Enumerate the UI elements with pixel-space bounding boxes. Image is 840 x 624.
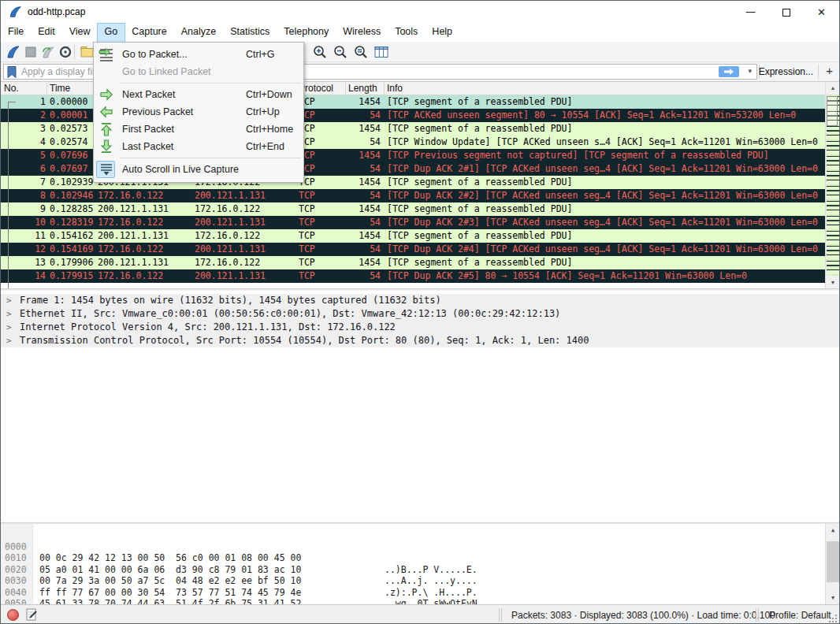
cell-protocol: TCP [299, 256, 315, 269]
cell-destination: 172.16.0.122 [195, 202, 260, 216]
add-filter-button[interactable]: + [826, 64, 833, 77]
menu-item-next-packet[interactable]: Next PacketCtrl+Down [94, 86, 303, 103]
scrollbar-thumb[interactable] [827, 96, 838, 126]
menu-item-label: Go to Packet... [122, 46, 188, 63]
window-title: odd-http.pcap [28, 6, 85, 17]
menu-wireless[interactable]: Wireless [336, 24, 388, 42]
menu-statistics[interactable]: Statistics [223, 24, 277, 42]
expander-icon[interactable]: > [6, 321, 12, 334]
toolbar-separator [74, 45, 75, 59]
hex-row[interactable]: 0030 ff ff 77 67 00 00 30 54 73 57 77 51… [1, 564, 839, 576]
menu-item-first-packet[interactable]: First PacketCtrl+Home [94, 121, 303, 138]
menu-capture[interactable]: Capture [125, 24, 173, 42]
pane-splitter[interactable] [1, 288, 839, 290]
restart-capture-icon[interactable] [40, 44, 56, 60]
hex-row[interactable]: 0010 05 a0 01 41 00 00 6a 06 d3 90 c8 79… [1, 541, 839, 553]
apply-filter-button[interactable] [719, 66, 739, 77]
resize-columns-icon[interactable] [374, 44, 389, 60]
menu-item-go-to-packet[interactable]: Go to Packet...Ctrl+G [94, 46, 303, 63]
capture-comment-icon[interactable] [26, 608, 38, 624]
column-separator[interactable] [46, 83, 47, 95]
close-button[interactable]: ✕ [804, 1, 839, 24]
detail-tree-row[interactable]: >Transmission Control Protocol, Src Port… [1, 334, 839, 347]
scrollbar-thumb[interactable] [827, 541, 839, 582]
cell-time: 0.128319 [50, 216, 93, 229]
expander-icon[interactable]: > [6, 334, 12, 347]
cell-protocol: TCP [299, 243, 315, 256]
filter-dropdown-caret-icon[interactable]: ▾ [748, 67, 752, 75]
capture-options-icon[interactable] [58, 44, 73, 60]
menu-tools[interactable]: Tools [388, 24, 425, 42]
expert-info-icon[interactable] [7, 609, 19, 621]
packet-list-scrollbar[interactable]: ▲ ▼ [825, 82, 839, 289]
hex-row[interactable]: 0050 52 66 47 59 67 53 32 41 34 47 59 35… [1, 587, 839, 599]
filterbar-separator [818, 65, 819, 79]
column-separator[interactable] [345, 83, 346, 95]
zoom-out-icon[interactable] [333, 44, 348, 60]
cell-length: 54 [336, 136, 381, 149]
menu-telephony[interactable]: Telephony [277, 24, 336, 42]
auto-scroll-icon [98, 162, 114, 176]
hex-scrollbar[interactable]: ▲ ▼ [825, 524, 839, 604]
cell-length: 1454 [336, 176, 381, 189]
menu-item-label: First Packet [122, 121, 174, 138]
filter-bookmark-icon[interactable] [7, 66, 17, 78]
statusbar-separator [756, 608, 759, 622]
scroll-down-icon[interactable]: ▼ [826, 592, 840, 604]
cell-time: 0.179906 [50, 256, 93, 269]
detail-tree-row[interactable]: >Internet Protocol Version 4, Src: 200.1… [1, 321, 839, 334]
scroll-up-icon[interactable]: ▲ [826, 82, 840, 95]
packet-row[interactable]: 10 0.128319 172.16.0.122 200.121.1.131 T… [1, 216, 827, 229]
cell-info: [TCP Dup ACK 2#4] [TCP ACKed unseen seg…… [387, 243, 825, 256]
zoom-reset-icon[interactable] [353, 44, 369, 60]
menu-go[interactable]: Go [98, 24, 125, 42]
packet-row[interactable]: 8 0.102946 172.16.0.122 200.121.1.131 TC… [1, 189, 827, 202]
packet-row[interactable]: 9 0.128285 200.121.1.131 172.16.0.122 TC… [1, 202, 827, 216]
menu-item-last-packet[interactable]: Last PacketCtrl+End [94, 138, 303, 155]
column-separator[interactable] [384, 83, 385, 95]
packet-row[interactable]: 13 0.179906 200.121.1.131 172.16.0.122 T… [1, 256, 827, 269]
statusbar-separator [499, 608, 502, 622]
hex-row[interactable]: 0000 00 0c 29 42 12 13 00 50 56 c0 00 01… [1, 529, 839, 541]
expression-button[interactable]: Expression... [759, 66, 813, 77]
column-header-no[interactable]: No. [4, 83, 19, 94]
stop-capture-icon[interactable] [23, 44, 39, 60]
hex-row[interactable]: 0020 00 7a 29 3a 00 50 a7 5c 04 48 e2 e2… [1, 552, 839, 564]
cell-source: 200.121.1.131 [98, 202, 169, 216]
packet-row[interactable]: 12 0.154169 172.16.0.122 200.121.1.131 T… [1, 243, 827, 256]
menu-help[interactable]: Help [425, 24, 459, 42]
cell-info: [TCP Dup ACK 2#5] 80 → 10554 [ACK] Seq=1… [387, 269, 825, 283]
packet-row[interactable]: 11 0.154162 200.121.1.131 172.16.0.122 T… [1, 229, 827, 243]
scroll-down-icon[interactable]: ▼ [826, 277, 840, 289]
menu-item-shortcut: Ctrl+Up [246, 103, 280, 121]
packet-bytes-pane: 0000 00 0c 29 42 12 13 00 50 56 c0 00 01… [1, 524, 839, 604]
column-header-time[interactable]: Time [50, 83, 70, 94]
expander-icon[interactable]: > [6, 294, 12, 307]
minimize-button[interactable]: — [733, 1, 768, 24]
menu-item-auto-scroll-in-live-capture[interactable]: Auto Scroll in Live Capture [94, 161, 303, 178]
menu-item-previous-packet[interactable]: Previous PacketCtrl+Up [94, 103, 303, 121]
detail-tree-row[interactable]: >Frame 1: 1454 bytes on wire (11632 bits… [1, 294, 839, 307]
column-header-length[interactable]: Length [348, 83, 377, 94]
start-capture-icon[interactable] [6, 44, 21, 60]
detail-tree-row[interactable]: >Ethernet II, Src: Vmware_c0:00:01 (00:5… [1, 307, 839, 321]
maximize-button[interactable] [768, 1, 804, 24]
cell-info: [TCP segment of a reassembled PDU] [387, 229, 825, 243]
resize-grip[interactable] [828, 614, 838, 623]
menu-analyze[interactable]: Analyze [174, 24, 223, 42]
expander-icon[interactable]: > [6, 307, 12, 321]
menu-edit[interactable]: Edit [31, 24, 62, 42]
menu-item-shortcut: Ctrl+End [246, 138, 284, 155]
column-header-info[interactable]: Info [387, 83, 403, 94]
menu-item-label: Last Packet [122, 138, 173, 155]
cell-time: 0.00000 [50, 95, 87, 109]
menu-view[interactable]: View [62, 24, 98, 42]
scroll-up-icon[interactable]: ▲ [826, 524, 840, 537]
menu-file[interactable]: File [1, 24, 31, 42]
cell-destination: 200.121.1.131 [195, 189, 266, 202]
cell-time: 0.07697 [50, 162, 87, 176]
profile-text[interactable]: Profile: Default [769, 610, 831, 621]
hex-row[interactable]: 0040 45 61 33 78 70 74 44 63 51 4f 2f 6b… [1, 575, 839, 587]
packet-row[interactable]: 14 0.179915 172.16.0.122 200.121.1.131 T… [1, 269, 827, 283]
zoom-in-icon[interactable] [312, 44, 328, 60]
